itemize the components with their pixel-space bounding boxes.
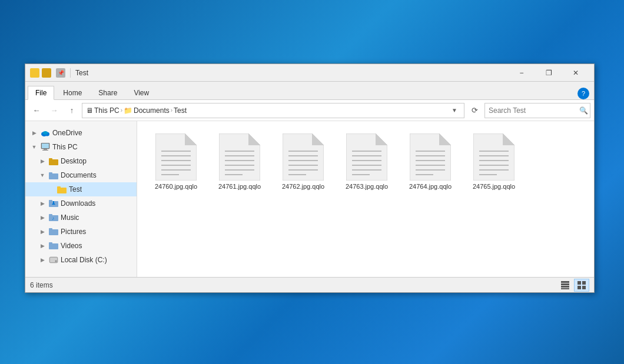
sidebar-item-test[interactable]: ▶ Test [25,182,137,196]
music-icon: ♪ [49,213,58,222]
file-icon-3 [346,133,387,181]
svg-marker-62 [439,133,451,145]
crumb-thispc[interactable]: This PC [94,106,120,115]
sidebar-item-downloads[interactable]: ▶ Downloads [25,196,137,211]
file-item-5[interactable]: 24765.jpg.qqlo [464,131,523,193]
file-name-4: 24764.jpg.qqlo [409,183,452,190]
sidebar-label-desktop: Desktop [61,157,87,165]
sidebar-label-documents: Documents [61,171,97,179]
file-item-3[interactable]: 24763.jpg.qqlo [337,131,396,193]
svg-marker-38 [248,133,260,145]
refresh-button[interactable]: ⟳ [467,103,482,118]
svg-marker-46 [312,133,324,145]
pictures-icon [49,227,58,236]
window-controls: − ❐ ✕ [508,64,589,82]
expand-icon-onedrive: ▶ [30,129,38,137]
svg-rect-13 [57,188,67,193]
expand-icon-pictures: ▶ [38,228,47,236]
file-name-2: 24762.jpg.qqlo [282,183,324,190]
sidebar-label-localdisk: Local Disk (C:) [61,256,107,264]
svg-rect-84 [582,286,586,289]
downloads-icon [49,199,58,208]
expand-icon-desktop: ▶ [38,157,47,165]
svg-rect-23 [49,228,52,230]
minimize-button[interactable]: − [508,64,535,82]
videos-icon [49,241,58,251]
file-item-0[interactable]: 24760.jpg.qqlo [147,131,205,193]
ribbon: File Home Share View ? [25,82,594,100]
file-name-3: 24763.jpg.qqlo [346,183,388,190]
sidebar-item-music[interactable]: ▶ ♪ Music [25,211,137,225]
svg-rect-80 [561,288,569,289]
sidebar-label-pictures: Pictures [61,228,86,236]
window-title: Test [75,69,506,77]
svg-rect-24 [49,243,58,249]
svg-rect-82 [582,281,586,285]
file-name-1: 24761.jpg.qqlo [218,183,261,190]
sidebar-item-documents[interactable]: ▼ Documents [25,168,137,182]
svg-rect-6 [42,143,49,148]
file-icon-4 [410,133,451,181]
restore-button[interactable]: ❐ [535,64,562,82]
file-item-2[interactable]: 24762.jpg.qqlo [274,131,333,193]
address-dropdown-button[interactable]: ▼ [449,107,460,113]
icon-view-button[interactable] [574,279,589,292]
explorer-window: 📌 Test − ❐ ✕ File Home Share View ? ← → … [25,64,595,293]
tab-home[interactable]: Home [55,86,89,99]
address-bar[interactable]: 🖥 This PC › 📁 Documents › Test ▼ [82,103,464,118]
svg-rect-12 [49,172,52,174]
sidebar-item-onedrive[interactable]: ▶ OneDrive [25,126,137,140]
sidebar-item-videos[interactable]: ▶ Videos [25,239,137,253]
folder-icon-crumb1: 📁 [124,106,132,115]
sidebar: ▶ OneDrive ▼ [25,121,137,277]
up-button[interactable]: ↑ [64,103,79,118]
svg-rect-14 [57,186,61,188]
search-box[interactable]: 🔍 [484,103,590,118]
expand-icon-downloads: ▶ [38,199,47,208]
svg-rect-0 [31,71,38,76]
computer-icon [41,142,50,152]
sidebar-item-thispc[interactable]: ▼ This PC [25,140,137,154]
sidebar-item-pictures[interactable]: ▶ Pictures [25,225,137,239]
close-button[interactable]: ✕ [562,64,589,82]
ribbon-tabs: File Home Share View ? [25,82,594,99]
search-icon[interactable]: 🔍 [579,106,588,115]
title-bar: 📌 Test − ❐ ✕ [25,64,594,82]
file-icon-0 [155,133,197,181]
svg-rect-25 [49,242,52,244]
svg-rect-16 [49,200,52,202]
sidebar-item-desktop[interactable]: ▶ Desktop [25,154,137,168]
list-view-button[interactable] [557,279,573,292]
help-button[interactable]: ? [577,88,589,99]
file-item-4[interactable]: 24764.jpg.qqlo [401,131,460,193]
svg-rect-10 [49,158,52,160]
pin-icon: 📌 [56,68,65,78]
crumb-test[interactable]: Test [174,106,187,115]
crumb-arrow-1: › [121,107,122,113]
file-icon-5 [473,133,515,181]
documents-folder-icon [49,171,58,180]
forward-button[interactable]: → [47,103,62,118]
tab-view[interactable]: View [126,86,157,99]
crumb-arrow-2: › [171,107,172,113]
main-area: ▶ OneDrive ▼ [25,121,594,277]
svg-point-4 [43,131,48,135]
search-input[interactable] [489,106,577,115]
back-button[interactable]: ← [29,103,44,118]
nav-bar: ← → ↑ 🖥 This PC › 📁 Documents › Test ▼ ⟳… [25,100,594,121]
sidebar-item-localdisk[interactable]: ▶ Local Disk (C:) [25,253,137,267]
file-icon-1 [219,133,260,181]
file-item-1[interactable]: 24761.jpg.qqlo [210,131,269,193]
file-name-5: 24765.jpg.qqlo [473,183,515,190]
svg-point-28 [55,261,57,262]
tab-share[interactable]: Share [91,86,125,99]
file-name-0: 24760.jpg.qqlo [155,183,197,190]
expand-icon-documents: ▼ [38,171,47,179]
expand-icon-localdisk: ▶ [38,256,47,264]
tab-file[interactable]: File [28,86,54,100]
svg-rect-83 [577,286,581,289]
svg-marker-54 [376,133,387,145]
svg-rect-79 [561,286,569,288]
desktop-folder-icon [49,156,58,166]
crumb-documents[interactable]: Documents [134,106,170,115]
